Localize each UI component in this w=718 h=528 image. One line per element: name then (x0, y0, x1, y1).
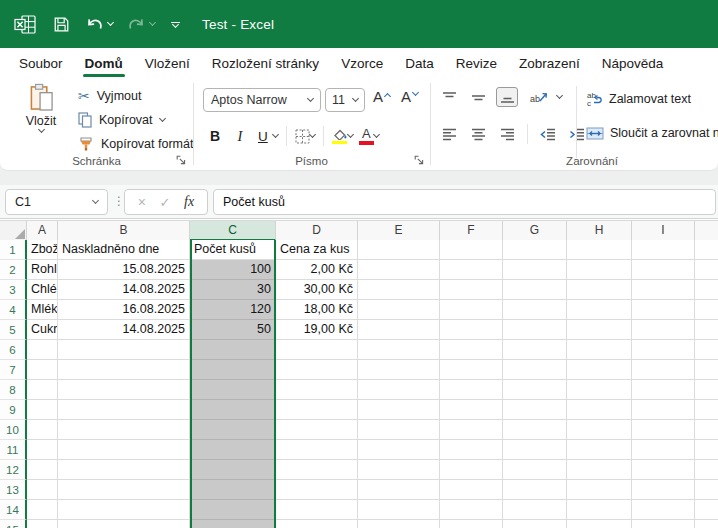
font-color-dropdown-icon[interactable] (373, 131, 380, 138)
cell[interactable] (440, 360, 503, 380)
cell[interactable] (358, 360, 440, 380)
cell[interactable] (440, 400, 503, 420)
cell[interactable] (358, 460, 440, 480)
row-header[interactable]: 15 (0, 520, 27, 528)
cell[interactable] (440, 240, 503, 260)
cell[interactable] (695, 420, 718, 440)
cell[interactable] (358, 380, 440, 400)
orientation-button[interactable]: ab (525, 87, 553, 107)
cell[interactable] (440, 500, 503, 520)
row-header[interactable]: 8 (0, 380, 27, 400)
cell[interactable] (58, 360, 190, 380)
cell[interactable] (567, 380, 632, 400)
clipboard-dialog-launcher-icon[interactable] (176, 154, 186, 164)
cell[interactable] (567, 500, 632, 520)
cell[interactable] (503, 300, 567, 320)
row-header[interactable]: 9 (0, 400, 27, 420)
align-middle-button[interactable] (467, 87, 489, 107)
cell[interactable] (503, 240, 567, 260)
align-left-button[interactable] (438, 124, 460, 144)
cell[interactable] (27, 380, 58, 400)
select-all-button[interactable] (0, 221, 27, 241)
cell-A1[interactable]: Zboží (27, 240, 58, 260)
cell[interactable] (276, 400, 358, 420)
cell[interactable] (695, 520, 718, 528)
cell[interactable] (440, 320, 503, 340)
decrease-indent-button[interactable] (537, 124, 559, 144)
cell-D1[interactable]: Cena za kus (276, 240, 358, 260)
cell[interactable] (440, 440, 503, 460)
row-header[interactable]: 2 (0, 260, 27, 280)
cell[interactable] (632, 400, 695, 420)
cell[interactable] (567, 300, 632, 320)
cell[interactable] (27, 420, 58, 440)
cell[interactable] (58, 520, 190, 528)
cell[interactable] (27, 340, 58, 360)
cell[interactable] (190, 400, 276, 420)
tab-data[interactable]: Data (394, 48, 445, 78)
cell[interactable] (440, 520, 503, 528)
cell[interactable] (567, 320, 632, 340)
cell[interactable] (503, 400, 567, 420)
cell[interactable] (440, 480, 503, 500)
increase-indent-button[interactable] (566, 124, 588, 144)
cell[interactable] (695, 500, 718, 520)
row-header[interactable]: 14 (0, 500, 27, 520)
cell[interactable] (358, 320, 440, 340)
cell-B2[interactable]: 15.08.2025 (58, 260, 190, 280)
column-header-partial[interactable] (695, 221, 718, 241)
row-header[interactable]: 11 (0, 440, 27, 460)
row-header[interactable]: 4 (0, 300, 27, 320)
borders-dropdown-icon[interactable] (309, 131, 316, 138)
row-header[interactable]: 10 (0, 420, 27, 440)
cell-B5[interactable]: 14.08.2025 (58, 320, 190, 340)
cell[interactable] (503, 480, 567, 500)
column-header-a[interactable]: A (27, 221, 58, 241)
column-header-c-selected[interactable]: C (190, 221, 276, 241)
cell[interactable] (632, 460, 695, 480)
column-header-g[interactable]: G (503, 221, 567, 241)
cell[interactable] (632, 340, 695, 360)
cell[interactable] (58, 400, 190, 420)
underline-button[interactable]: U (258, 129, 268, 144)
cell[interactable] (190, 460, 276, 480)
cell[interactable] (190, 360, 276, 380)
cell[interactable] (190, 480, 276, 500)
row-header[interactable]: 1 (0, 240, 27, 260)
tab-domu[interactable]: Domů (74, 48, 134, 78)
cell[interactable] (27, 520, 58, 528)
cell[interactable] (632, 440, 695, 460)
cell[interactable] (503, 420, 567, 440)
cell[interactable] (632, 260, 695, 280)
row-header[interactable]: 13 (0, 480, 27, 500)
align-bottom-button[interactable] (496, 87, 518, 107)
cell[interactable] (190, 440, 276, 460)
cell[interactable] (567, 520, 632, 528)
wrap-text-button[interactable]: abc Zalamovat text (586, 91, 691, 107)
cell[interactable] (58, 460, 190, 480)
cell[interactable] (567, 240, 632, 260)
cell[interactable] (440, 460, 503, 480)
cut-button[interactable]: ✂ Vyjmout (78, 85, 141, 107)
cell[interactable] (190, 380, 276, 400)
cell[interactable] (358, 280, 440, 300)
cell[interactable] (695, 400, 718, 420)
cell[interactable] (58, 440, 190, 460)
cell[interactable] (567, 420, 632, 440)
cell-A4[interactable]: Mléko (27, 300, 58, 320)
borders-button[interactable] (295, 129, 310, 144)
cell[interactable] (358, 260, 440, 280)
tab-vzorce[interactable]: Vzorce (330, 48, 394, 78)
cell[interactable] (276, 380, 358, 400)
tab-revize[interactable]: Revize (445, 48, 508, 78)
decrease-font-size-button[interactable]: A (401, 88, 418, 112)
cell[interactable] (695, 280, 718, 300)
align-right-button[interactable] (496, 124, 518, 144)
cell[interactable] (27, 360, 58, 380)
cell-B4[interactable]: 16.08.2025 (58, 300, 190, 320)
quick-access-toolbar-menu[interactable] (171, 9, 180, 39)
tab-rozlozeni-stranky[interactable]: Rozložení stránky (201, 48, 330, 78)
cell[interactable] (190, 420, 276, 440)
cell[interactable] (276, 520, 358, 528)
italic-button[interactable]: I (228, 128, 252, 145)
